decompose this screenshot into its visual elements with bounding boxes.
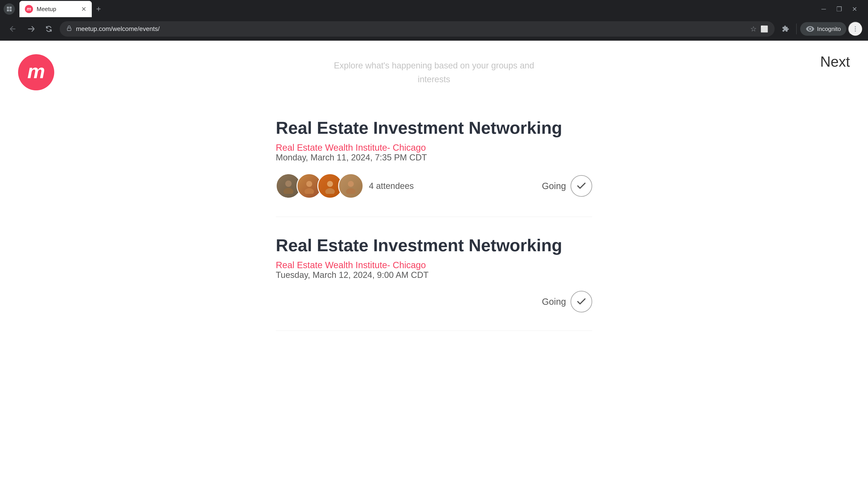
toolbar-icons: Incognito <box>778 22 863 36</box>
svg-point-7 <box>855 31 856 32</box>
svg-point-5 <box>855 26 856 27</box>
svg-rect-2 <box>7 9 9 11</box>
svg-rect-3 <box>9 9 11 11</box>
going-label-2: Going <box>542 297 566 307</box>
event-date-1: Monday, March 11, 2024, 7:35 PM CDT <box>276 153 592 162</box>
svg-point-14 <box>348 181 354 187</box>
maximize-button[interactable]: ❐ <box>834 4 844 14</box>
incognito-label: Incognito <box>817 26 841 33</box>
incognito-button[interactable]: Incognito <box>800 22 846 36</box>
going-check-icon-1 <box>570 175 592 197</box>
subtitle-text: Explore what's happening based on your g… <box>334 61 534 84</box>
attendee-count-1: 4 attendees <box>369 181 414 191</box>
toolbar-divider <box>796 24 797 34</box>
security-icon <box>66 25 72 33</box>
url-text: meetup.com/welcome/events/ <box>76 25 747 33</box>
next-button[interactable]: Next <box>820 53 850 70</box>
event-footer-1: 4 attendees Going <box>276 173 592 199</box>
tab-close-icon[interactable]: ✕ <box>81 5 86 13</box>
window-controls: ─ ❐ ✕ <box>818 4 864 14</box>
event-card-2: Real Estate Investment Networking Real E… <box>276 217 592 331</box>
page-content: m Next Explore what's happening based on… <box>0 41 868 488</box>
new-tab-button[interactable]: + <box>92 2 105 16</box>
attendee-avatars-1 <box>276 173 364 199</box>
back-button[interactable] <box>5 22 20 36</box>
svg-point-15 <box>346 188 355 194</box>
attendee-avatar-4 <box>338 173 364 199</box>
extensions-button[interactable] <box>778 22 793 36</box>
going-label-1: Going <box>542 181 566 191</box>
svg-rect-4 <box>67 28 71 31</box>
browser-chrome: m Meetup ✕ + ─ ❐ ✕ <box>0 0 868 41</box>
svg-point-9 <box>283 188 293 194</box>
minimize-button[interactable]: ─ <box>818 4 829 14</box>
going-check-icon-2 <box>570 291 592 313</box>
tab-title: Meetup <box>37 6 78 13</box>
svg-point-10 <box>306 181 312 187</box>
going-badge-1[interactable]: Going <box>542 175 592 197</box>
svg-rect-0 <box>7 7 9 9</box>
tab-switcher-button[interactable] <box>4 3 15 15</box>
event-title-1[interactable]: Real Estate Investment Networking <box>276 118 592 138</box>
forward-button[interactable] <box>24 22 38 36</box>
more-options-button[interactable] <box>848 22 863 36</box>
event-date-2: Tuesday, March 12, 2024, 9:00 AM CDT <box>276 270 592 280</box>
event-group-1[interactable]: Real Estate Wealth Institute- Chicago <box>276 142 426 153</box>
page-subtitle: Explore what's happening based on your g… <box>332 59 536 86</box>
active-tab[interactable]: m Meetup ✕ <box>20 1 92 17</box>
cast-icon: ⬜ <box>761 25 768 33</box>
svg-point-13 <box>325 188 335 194</box>
svg-point-6 <box>855 28 856 29</box>
event-card-1: Real Estate Investment Networking Real E… <box>276 118 592 217</box>
close-button[interactable]: ✕ <box>849 4 860 14</box>
meetup-logo[interactable]: m <box>18 54 54 90</box>
svg-point-8 <box>285 181 291 187</box>
browser-toolbar: meetup.com/welcome/events/ ☆ ⬜ Incognito <box>0 18 868 40</box>
going-badge-2[interactable]: Going <box>542 291 592 313</box>
svg-rect-1 <box>9 7 11 9</box>
svg-point-11 <box>305 188 314 194</box>
attendees-section-1: 4 attendees <box>276 173 414 199</box>
event-footer-2: Going <box>276 291 592 313</box>
event-title-2[interactable]: Real Estate Investment Networking <box>276 235 592 256</box>
address-bar[interactable]: meetup.com/welcome/events/ ☆ ⬜ <box>60 21 775 37</box>
events-container: Real Estate Investment Networking Real E… <box>276 118 592 331</box>
svg-point-12 <box>327 181 333 187</box>
meetup-logo-text: m <box>27 61 45 81</box>
event-group-2[interactable]: Real Estate Wealth Institute- Chicago <box>276 260 426 270</box>
bookmark-icon[interactable]: ☆ <box>750 25 757 33</box>
reload-button[interactable] <box>41 22 56 36</box>
